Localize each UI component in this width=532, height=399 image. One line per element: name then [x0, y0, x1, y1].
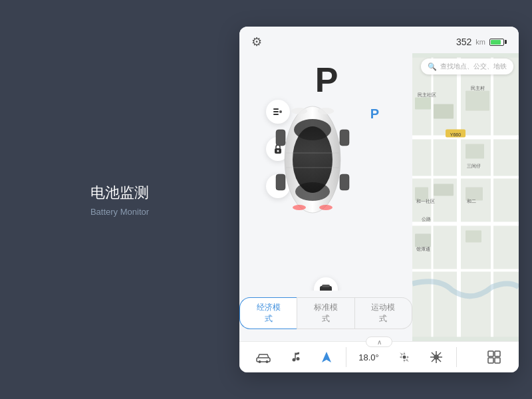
map-panel: Y660 民主社区 民主村 三间仔 和一社区 和二 公路 馆潭通 — [412, 53, 519, 341]
battery-fill — [491, 40, 501, 45]
main-card: ⚙ 352 km P — [239, 27, 519, 372]
svg-rect-65 — [488, 358, 493, 363]
nav-grid[interactable] — [481, 347, 507, 367]
svg-text:和二: 和二 — [467, 199, 476, 203]
map-search[interactable]: 🔍 查找地点、公交、地铁 — [421, 59, 513, 74]
svg-point-23 — [319, 205, 332, 210]
nav-chevron-up[interactable]: ∧ — [366, 336, 392, 347]
svg-text:Y660: Y660 — [450, 132, 461, 137]
bottom-nav: ∧ 18.0° — [239, 341, 519, 372]
temp-value: 18.0° — [358, 352, 379, 362]
svg-rect-43 — [466, 231, 481, 243]
nav-music[interactable] — [283, 348, 307, 366]
sport-mode-button[interactable]: 运动模式 — [355, 297, 412, 329]
svg-rect-42 — [415, 234, 431, 247]
svg-rect-64 — [495, 351, 500, 356]
title-english: Battery Monitor — [90, 207, 149, 217]
svg-text:三间仔: 三间仔 — [467, 164, 481, 168]
svg-text:和一社区: 和一社区 — [416, 199, 435, 203]
svg-point-22 — [293, 205, 306, 210]
nav-car[interactable] — [251, 348, 276, 366]
svg-rect-63 — [488, 351, 493, 356]
eco-mode-button[interactable]: 经济模式 — [239, 297, 297, 329]
svg-rect-17 — [340, 130, 349, 146]
nav-navigation[interactable] — [315, 348, 338, 366]
standard-mode-button[interactable]: 标准模式 — [297, 297, 354, 329]
drive-modes: 经济模式 标准模式 运动模式 — [239, 291, 412, 338]
svg-rect-38 — [466, 91, 489, 111]
nav-fan[interactable] — [392, 347, 417, 367]
p-badge: P — [370, 106, 379, 122]
svg-text:公路: 公路 — [422, 217, 431, 221]
svg-rect-37 — [434, 104, 454, 119]
sidebar: 电池监测 Battery Monitor — [0, 0, 239, 399]
svg-point-56 — [297, 357, 300, 360]
svg-text:民主社区: 民主社区 — [418, 92, 436, 97]
search-placeholder: 查找地点、公交、地铁 — [440, 62, 507, 71]
svg-rect-25 — [322, 285, 330, 287]
svg-text:馆潭通: 馆潭通 — [416, 247, 430, 251]
svg-point-54 — [266, 360, 269, 363]
nav-temperature[interactable]: 18.0° — [353, 350, 384, 365]
header-right: 352 km — [456, 37, 507, 47]
card-left: P — [239, 53, 412, 341]
nav-divider-2 — [456, 347, 457, 367]
card-header: ⚙ 352 km — [239, 27, 519, 53]
svg-rect-66 — [495, 358, 500, 363]
battery-indicator — [489, 39, 507, 46]
search-icon: 🔍 — [428, 63, 437, 71]
svg-rect-16 — [276, 130, 285, 146]
svg-rect-19 — [340, 174, 349, 190]
nav-divider-1 — [346, 347, 346, 367]
nav-ac[interactable] — [424, 347, 449, 367]
svg-point-21 — [318, 108, 334, 114]
settings-icon[interactable]: ⚙ — [251, 35, 262, 49]
svg-rect-39 — [466, 144, 484, 159]
svg-point-57 — [402, 356, 406, 359]
svg-point-20 — [291, 108, 307, 114]
svg-rect-18 — [276, 174, 285, 190]
svg-rect-41 — [434, 184, 454, 196]
svg-point-55 — [293, 358, 296, 362]
svg-point-53 — [259, 360, 261, 363]
sidebar-content: 电池监测 Battery Monitor — [90, 183, 149, 217]
card-body: P — [239, 53, 519, 341]
svg-point-11 — [293, 126, 332, 193]
title-chinese: 电池监测 — [90, 183, 149, 203]
battery-body — [489, 39, 504, 46]
svg-rect-36 — [415, 98, 431, 110]
km-unit: km — [475, 38, 485, 46]
battery-tip — [505, 40, 507, 44]
nav-auto[interactable] — [464, 354, 475, 360]
svg-text:民主村: 民主村 — [471, 86, 485, 90]
km-value: 352 — [456, 37, 471, 47]
car-image — [273, 93, 379, 253]
